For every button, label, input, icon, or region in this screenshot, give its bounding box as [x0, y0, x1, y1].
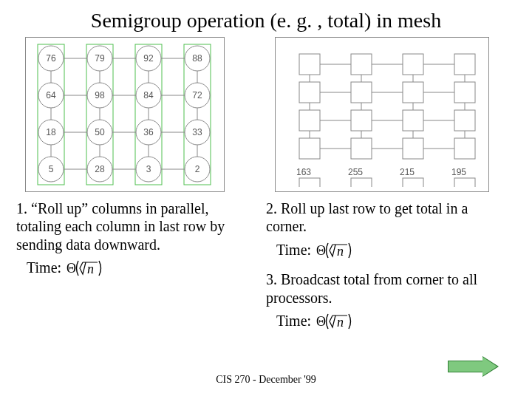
svg-text:18: 18	[46, 127, 56, 137]
theta-expression-icon: Θ n	[65, 258, 112, 282]
svg-rect-59	[454, 82, 475, 103]
svg-text:195: 195	[451, 167, 466, 177]
svg-text:64: 64	[46, 90, 56, 100]
svg-rect-67	[454, 138, 475, 159]
svg-rect-64	[299, 138, 320, 159]
diagram-row: 76799288649884721850363352832 1632552151…	[0, 33, 532, 192]
svg-text:76: 76	[46, 53, 56, 64]
svg-rect-57	[351, 82, 372, 103]
svg-rect-62	[403, 110, 423, 131]
mesh-right-svg: 163255215195	[279, 42, 485, 187]
theta-expression-icon: Θ n	[315, 240, 362, 265]
step-1-time: Time: Θ n	[16, 258, 257, 282]
svg-rect-65	[351, 138, 372, 159]
right-column: 2. Roll up last row to get total in a co…	[266, 200, 507, 341]
mesh-diagram-left: 76799288649884721850363352832	[25, 37, 225, 192]
svg-rect-75	[454, 178, 475, 187]
step-2-text: 2. Roll up last row to get total in a co…	[266, 200, 507, 236]
svg-text:163: 163	[296, 167, 311, 177]
svg-rect-71	[351, 178, 372, 187]
svg-text:Θ: Θ	[316, 243, 326, 258]
svg-rect-63	[454, 110, 475, 131]
svg-text:3: 3	[146, 164, 151, 174]
svg-rect-53	[351, 54, 372, 75]
left-column: 1. “Roll up” columns in parallel, totali…	[16, 200, 257, 341]
svg-text:n: n	[87, 262, 94, 276]
svg-text:33: 33	[192, 127, 202, 137]
next-arrow-icon[interactable]	[448, 356, 499, 377]
svg-text:5: 5	[49, 164, 54, 174]
svg-text:92: 92	[143, 53, 154, 64]
step-2-time: Time: Θ n	[266, 240, 507, 265]
svg-text:84: 84	[143, 90, 154, 100]
svg-rect-73	[403, 178, 423, 187]
theta-expression-icon: Θ n	[315, 311, 362, 335]
svg-text:98: 98	[95, 90, 105, 100]
svg-text:215: 215	[400, 167, 415, 177]
svg-text:n: n	[337, 244, 344, 259]
svg-rect-52	[299, 54, 320, 75]
time-label: Time:	[27, 259, 61, 276]
svg-text:n: n	[337, 315, 344, 330]
slide-title: Semigroup operation (e. g. , total) in m…	[0, 0, 532, 33]
svg-text:50: 50	[95, 127, 105, 137]
svg-text:2: 2	[195, 164, 200, 174]
svg-text:72: 72	[192, 90, 202, 100]
svg-rect-56	[299, 82, 320, 103]
svg-rect-54	[403, 54, 423, 75]
svg-text:255: 255	[348, 167, 363, 177]
text-content: 1. “Roll up” columns in parallel, totali…	[0, 192, 532, 341]
svg-rect-60	[299, 110, 320, 131]
svg-rect-61	[351, 110, 372, 131]
mesh-left-svg: 76799288649884721850363352832	[29, 42, 221, 187]
svg-rect-58	[403, 82, 423, 103]
step-3-text: 3. Broadcast total from corner to all pr…	[266, 270, 507, 307]
svg-text:28: 28	[95, 164, 105, 174]
svg-text:36: 36	[143, 127, 154, 137]
time-label: Time:	[276, 313, 311, 329]
step-3-time: Time: Θ n	[266, 311, 507, 335]
svg-rect-66	[403, 138, 423, 159]
time-label: Time:	[276, 242, 311, 258]
svg-text:79: 79	[95, 53, 105, 64]
svg-text:Θ: Θ	[316, 314, 326, 329]
svg-text:88: 88	[192, 53, 202, 64]
svg-text:Θ: Θ	[66, 261, 76, 276]
svg-rect-69	[299, 178, 320, 187]
mesh-diagram-right: 163255215195	[275, 37, 489, 192]
step-1-text: 1. “Roll up” columns in parallel, totali…	[16, 200, 257, 253]
svg-rect-55	[454, 54, 475, 75]
